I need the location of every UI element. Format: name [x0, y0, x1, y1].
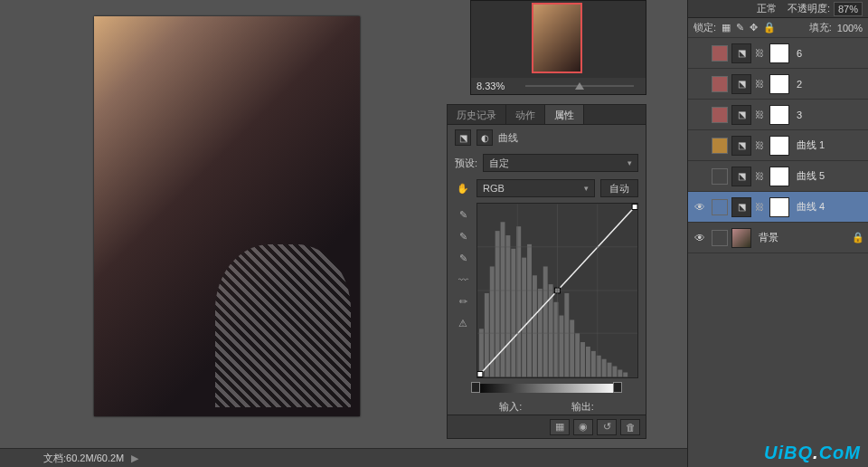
edit-points-icon[interactable]: 〰: [455, 272, 471, 288]
curve-tools: ✎ ✎ ✎ 〰 ✏ ⚠: [455, 203, 475, 378]
opacity-label: 不透明度:: [788, 2, 830, 15]
eyedropper-white-icon[interactable]: ✎: [455, 250, 471, 266]
svg-rect-24: [608, 363, 612, 377]
zoom-slider[interactable]: [525, 82, 634, 90]
color-box: [712, 45, 728, 62]
channel-select[interactable]: RGB: [476, 179, 595, 197]
adjustment-icon[interactable]: ⬔: [731, 105, 751, 125]
eyedropper-gray-icon[interactable]: ✎: [455, 228, 471, 244]
input-label: 输入:: [499, 400, 522, 414]
layer-row[interactable]: ⬔⛓2: [688, 69, 868, 100]
svg-rect-0: [479, 329, 484, 376]
view-prev-icon[interactable]: ◉: [573, 419, 593, 435]
properties-header: ⬔ ◐ 曲线: [448, 125, 646, 150]
svg-rect-8: [522, 258, 526, 377]
visibility-icon[interactable]: [692, 107, 708, 123]
svg-rect-18: [575, 333, 580, 376]
svg-rect-4: [501, 222, 505, 376]
reset-icon[interactable]: ↺: [597, 419, 617, 435]
link-icon: ⛓: [755, 140, 766, 150]
adjustment-icon[interactable]: ⬔: [731, 136, 751, 156]
hand-icon[interactable]: ✋: [455, 180, 471, 196]
layer-mask[interactable]: [769, 105, 789, 125]
lock-pixels-icon[interactable]: ✎: [736, 22, 744, 33]
layer-thumbnail[interactable]: [731, 228, 751, 248]
layer-row[interactable]: ⬔⛓6: [688, 38, 868, 69]
clip-toggle-icon[interactable]: ▦: [550, 419, 570, 435]
svg-rect-32: [632, 205, 637, 210]
layer-row[interactable]: 👁⬔⛓曲线 4: [688, 192, 868, 223]
adjustment-icon[interactable]: ⬔: [731, 74, 751, 94]
tab-history[interactable]: 历史记录: [448, 105, 506, 124]
status-bar: 文档:60.2M/60.2M ▶: [0, 448, 687, 467]
visibility-icon[interactable]: 👁: [692, 199, 708, 215]
color-box: [712, 107, 728, 123]
mask-icon[interactable]: ◐: [476, 129, 493, 146]
svg-rect-16: [564, 293, 569, 376]
layer-name[interactable]: 曲线 4: [797, 200, 825, 214]
layer-row[interactable]: ⬔⛓3: [688, 100, 868, 130]
layer-name[interactable]: 曲线 5: [797, 169, 825, 183]
color-box: [712, 199, 728, 215]
svg-rect-9: [527, 244, 532, 377]
svg-rect-5: [505, 235, 510, 376]
channel-row: ✋ RGB 自动: [448, 176, 646, 201]
layer-mask[interactable]: [769, 167, 789, 186]
layer-name[interactable]: 6: [797, 48, 802, 59]
document-photo[interactable]: [94, 16, 360, 416]
adjustment-icon[interactable]: ⬔: [731, 43, 751, 63]
tab-actions[interactable]: 动作: [506, 105, 545, 124]
output-label: 输出:: [571, 400, 594, 414]
layer-row[interactable]: 👁背景🔒: [688, 223, 868, 253]
layer-mask[interactable]: [769, 197, 789, 217]
svg-rect-21: [591, 351, 596, 377]
color-box: [712, 230, 728, 246]
delete-icon[interactable]: 🗑: [620, 419, 640, 435]
visibility-icon[interactable]: [692, 76, 708, 92]
clip-warning-icon[interactable]: ⚠: [455, 315, 471, 331]
layer-row[interactable]: ⬔⛓曲线 5: [688, 161, 868, 192]
layer-mask[interactable]: [769, 74, 789, 94]
layer-name[interactable]: 曲线 1: [797, 138, 825, 152]
layer-row[interactable]: ⬔⛓曲线 1: [688, 130, 868, 161]
auto-button[interactable]: 自动: [600, 179, 638, 197]
curve-graph[interactable]: [476, 203, 638, 378]
svg-rect-20: [586, 347, 590, 376]
svg-rect-27: [623, 372, 627, 376]
preset-select[interactable]: 自定: [483, 154, 638, 172]
input-gradient-slider[interactable]: [475, 384, 618, 393]
layers-lock-row: 锁定: ▦ ✎ ✥ 🔒 填充: 100%: [688, 18, 868, 38]
lock-transparent-icon[interactable]: ▦: [722, 22, 731, 33]
adjustment-icon[interactable]: ⬔: [731, 197, 751, 217]
fill-value[interactable]: 100%: [837, 23, 863, 33]
properties-tabs: 历史记录 动作 属性: [448, 105, 646, 125]
lock-all-icon[interactable]: 🔒: [763, 22, 776, 33]
status-arrow-icon[interactable]: ▶: [131, 453, 138, 464]
opacity-value[interactable]: 87%: [834, 2, 863, 16]
svg-rect-14: [554, 302, 559, 377]
layer-name[interactable]: 3: [797, 110, 802, 120]
adjustment-title: 曲线: [498, 131, 518, 145]
visibility-icon[interactable]: [692, 138, 708, 154]
navigator-thumbnail[interactable]: [532, 3, 582, 73]
visibility-icon[interactable]: 👁: [692, 230, 708, 246]
svg-rect-25: [612, 367, 617, 377]
lock-position-icon[interactable]: ✥: [750, 22, 758, 33]
layer-mask[interactable]: [769, 136, 789, 156]
curve-area: ✎ ✎ ✎ 〰 ✏ ⚠: [448, 201, 646, 380]
draw-curve-icon[interactable]: ✏: [455, 293, 471, 310]
layer-name[interactable]: 2: [797, 79, 802, 90]
blend-mode-select[interactable]: 正常: [757, 2, 777, 15]
preset-label: 预设:: [455, 157, 477, 170]
lock-label: 锁定:: [693, 21, 716, 34]
curves-adj-icon: ⬔: [455, 129, 471, 146]
navigator-panel: 8.33%: [470, 0, 646, 95]
visibility-icon[interactable]: [692, 45, 708, 62]
eyedropper-black-icon[interactable]: ✎: [455, 206, 471, 223]
layer-mask[interactable]: [769, 43, 789, 63]
layer-name[interactable]: 背景: [759, 231, 778, 244]
tab-properties[interactable]: 属性: [545, 105, 584, 124]
adjustment-icon[interactable]: ⬔: [731, 167, 751, 186]
svg-rect-12: [543, 266, 548, 376]
visibility-icon[interactable]: [692, 168, 708, 185]
